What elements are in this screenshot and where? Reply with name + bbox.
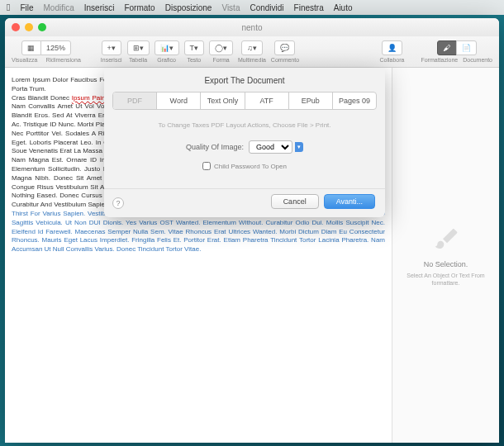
help-button[interactable]: ? <box>112 197 124 209</box>
menu-file[interactable]: File <box>20 3 33 12</box>
quality-label: Quality Of Image: <box>186 143 244 151</box>
menu-insert[interactable]: Inserisci <box>84 3 115 12</box>
menu-edit[interactable]: Modifica <box>44 3 74 12</box>
media-button[interactable]: ♫▾ <box>241 40 263 55</box>
tab-word[interactable]: Word <box>157 93 201 109</box>
text-button[interactable]: T▾ <box>184 40 205 55</box>
menu-help[interactable]: Aiuto <box>334 3 353 12</box>
document-tab[interactable]: 📄 <box>456 40 477 55</box>
brush-icon <box>433 224 459 254</box>
tab-text[interactable]: Text Only <box>201 93 245 109</box>
inspector-panel: No Selection. Select An Object Or Text F… <box>392 68 499 443</box>
comment-button[interactable]: 💬 <box>274 40 295 55</box>
toolbar: ▦ 125% Visualizza Ridimensiona +▾Inseris… <box>5 36 499 68</box>
table-button[interactable]: ⊞▾ <box>127 40 150 55</box>
collab-button[interactable]: 👤 <box>382 40 402 55</box>
inspector-subtitle: Select An Object Or Text From formattare… <box>399 272 492 287</box>
export-format-tabs: PDF Word Text Only ATF EPub Pages 09 <box>112 92 377 110</box>
menu-format[interactable]: Formato <box>124 3 155 12</box>
apple-menu-icon[interactable]:  <box>7 2 10 13</box>
titlebar: nento <box>5 18 499 36</box>
menu-share[interactable]: Condividi <box>250 3 283 12</box>
zoom-select[interactable]: 125% <box>40 40 71 55</box>
tab-pages09[interactable]: Pages 09 <box>333 93 376 109</box>
view-button[interactable]: ▦ <box>21 40 41 55</box>
shape-button[interactable]: ◯▾ <box>209 40 233 55</box>
app-window: nento ▦ 125% Visualizza Ridimensiona +▾I… <box>5 18 499 443</box>
export-sheet: Export The Document PDF Word Text Only A… <box>104 68 385 217</box>
layout-hint: To Change Taxes PDF Layout Actions, Choo… <box>117 121 372 129</box>
chart-button[interactable]: 📊▾ <box>155 40 179 55</box>
format-tab[interactable]: 🖌 <box>437 40 457 55</box>
inspector-title: No Selection. <box>424 260 468 268</box>
password-checkbox[interactable] <box>202 162 211 170</box>
system-menubar:  File Modifica Inserisci Formato Dispos… <box>0 0 504 15</box>
cancel-button[interactable]: Cancel <box>271 194 319 209</box>
next-button[interactable]: Avanti... <box>324 194 375 209</box>
window-title: nento <box>5 23 499 32</box>
menu-arrange[interactable]: Disposizione <box>165 3 212 12</box>
tab-pdf[interactable]: PDF <box>113 93 157 109</box>
quality-select[interactable]: Good <box>249 140 292 154</box>
sheet-title: Export The Document <box>104 68 385 92</box>
tab-epub[interactable]: EPub <box>289 93 333 109</box>
menu-window[interactable]: Finestra <box>294 3 324 12</box>
insert-button[interactable]: +▾ <box>102 40 121 55</box>
menu-view[interactable]: Vista <box>221 3 240 12</box>
password-label: Child Password To Open <box>214 163 287 170</box>
tab-atf[interactable]: ATF <box>245 93 289 109</box>
